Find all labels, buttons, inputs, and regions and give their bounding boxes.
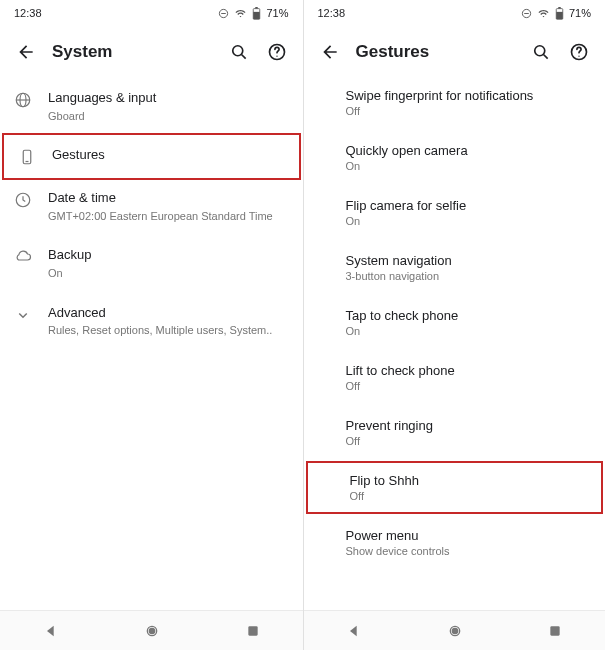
item-label: Backup bbox=[48, 247, 289, 264]
nav-back-icon bbox=[346, 623, 362, 639]
search-icon bbox=[531, 42, 551, 62]
dnd-icon bbox=[521, 8, 532, 19]
app-bar: System bbox=[0, 26, 303, 78]
help-button[interactable] bbox=[563, 36, 595, 68]
item-label: Lift to check phone bbox=[346, 363, 592, 378]
page-title: Gestures bbox=[356, 42, 526, 62]
item-sub: Off bbox=[346, 105, 592, 117]
status-bar: 12:38 71% bbox=[0, 0, 303, 26]
item-sub: Rules, Reset options, Multiple users, Sy… bbox=[48, 323, 289, 337]
item-sub: Off bbox=[346, 380, 592, 392]
nav-back-button[interactable] bbox=[43, 623, 59, 639]
help-icon bbox=[267, 42, 287, 62]
chevron-down-icon bbox=[14, 306, 32, 324]
svg-line-6 bbox=[241, 55, 245, 59]
settings-list: Languages & input Gboard Gestures Date &… bbox=[0, 78, 303, 350]
svg-rect-4 bbox=[256, 7, 258, 9]
item-lift-check-phone[interactable]: Lift to check phone Off bbox=[304, 353, 606, 402]
item-sub: Gboard bbox=[48, 109, 289, 123]
app-bar: Gestures bbox=[304, 26, 606, 78]
status-bar: 12:38 71% bbox=[304, 0, 606, 26]
item-sub: Show device controls bbox=[346, 545, 592, 557]
gestures-list: Swipe fingerprint for notifications Off … bbox=[304, 78, 606, 567]
nav-recent-icon bbox=[246, 624, 260, 638]
item-advanced[interactable]: Advanced Rules, Reset options, Multiple … bbox=[0, 293, 303, 350]
item-sub: GMT+02:00 Eastern European Standard Time bbox=[48, 209, 289, 223]
item-power-menu[interactable]: Power menu Show device controls bbox=[304, 518, 606, 567]
item-label: Tap to check phone bbox=[346, 308, 592, 323]
item-sub: On bbox=[346, 325, 592, 337]
item-sub: On bbox=[346, 215, 592, 227]
item-label: Flip to Shhh bbox=[350, 473, 588, 488]
nav-bar bbox=[304, 610, 606, 650]
nav-home-button[interactable] bbox=[144, 623, 160, 639]
item-backup[interactable]: Backup On bbox=[0, 235, 303, 292]
phone-icon bbox=[18, 148, 36, 166]
help-button[interactable] bbox=[261, 36, 293, 68]
item-label: Languages & input bbox=[48, 90, 289, 107]
nav-bar bbox=[0, 610, 303, 650]
svg-rect-17 bbox=[248, 626, 257, 635]
nav-recent-button[interactable] bbox=[548, 624, 562, 638]
back-button[interactable] bbox=[314, 36, 346, 68]
status-right-cluster: 71% bbox=[218, 7, 288, 20]
nav-recent-icon bbox=[548, 624, 562, 638]
svg-rect-22 bbox=[558, 7, 560, 9]
item-label: System navigation bbox=[346, 253, 592, 268]
item-label: Quickly open camera bbox=[346, 143, 592, 158]
item-quickly-open-camera[interactable]: Quickly open camera On bbox=[304, 133, 606, 182]
item-label: Prevent ringing bbox=[346, 418, 592, 433]
battery-icon bbox=[555, 7, 564, 20]
item-prevent-ringing[interactable]: Prevent ringing Off bbox=[304, 408, 606, 457]
status-right-cluster: 71% bbox=[521, 7, 591, 20]
globe-icon bbox=[14, 91, 32, 109]
item-sub: Off bbox=[346, 435, 592, 447]
screen-system: 12:38 71% System bbox=[0, 0, 303, 650]
svg-point-26 bbox=[578, 56, 579, 57]
item-label: Date & time bbox=[48, 190, 289, 207]
arrow-back-icon bbox=[16, 42, 36, 62]
item-system-navigation[interactable]: System navigation 3-button navigation bbox=[304, 243, 606, 292]
nav-recent-button[interactable] bbox=[246, 624, 260, 638]
item-sub: On bbox=[48, 266, 289, 280]
help-icon bbox=[569, 42, 589, 62]
item-date-time[interactable]: Date & time GMT+02:00 Eastern European S… bbox=[0, 178, 303, 235]
nav-home-button[interactable] bbox=[447, 623, 463, 639]
svg-line-24 bbox=[544, 55, 548, 59]
item-gestures[interactable]: Gestures bbox=[2, 133, 301, 180]
item-flip-camera-selfie[interactable]: Flip camera for selfie On bbox=[304, 188, 606, 237]
nav-back-button[interactable] bbox=[346, 623, 362, 639]
back-button[interactable] bbox=[10, 36, 42, 68]
item-sub: Off bbox=[350, 490, 588, 502]
item-swipe-fingerprint[interactable]: Swipe fingerprint for notifications Off bbox=[304, 78, 606, 127]
item-label: Power menu bbox=[346, 528, 592, 543]
nav-home-icon bbox=[447, 623, 463, 639]
item-label: Swipe fingerprint for notifications bbox=[346, 88, 592, 103]
cloud-icon bbox=[14, 248, 32, 266]
item-tap-check-phone[interactable]: Tap to check phone On bbox=[304, 298, 606, 347]
wifi-icon bbox=[234, 8, 247, 19]
status-battery: 71% bbox=[569, 7, 591, 19]
svg-rect-3 bbox=[254, 11, 261, 18]
nav-home-icon bbox=[144, 623, 160, 639]
battery-icon bbox=[252, 7, 261, 20]
item-sub: 3-button navigation bbox=[346, 270, 592, 282]
screen-gestures: 12:38 71% Gestures bbox=[303, 0, 606, 650]
item-sub: On bbox=[346, 160, 592, 172]
arrow-back-icon bbox=[320, 42, 340, 62]
status-battery: 71% bbox=[266, 7, 288, 19]
search-button[interactable] bbox=[223, 36, 255, 68]
nav-back-icon bbox=[43, 623, 59, 639]
item-languages-input[interactable]: Languages & input Gboard bbox=[0, 78, 303, 135]
item-label: Advanced bbox=[48, 305, 289, 322]
search-icon bbox=[229, 42, 249, 62]
wifi-icon bbox=[537, 8, 550, 19]
svg-rect-29 bbox=[551, 626, 560, 635]
svg-point-16 bbox=[150, 628, 155, 633]
search-button[interactable] bbox=[525, 36, 557, 68]
svg-rect-21 bbox=[556, 11, 563, 18]
svg-point-8 bbox=[276, 56, 277, 57]
page-title: System bbox=[52, 42, 223, 62]
item-flip-to-shhh[interactable]: Flip to Shhh Off bbox=[306, 461, 604, 514]
clock-icon bbox=[14, 191, 32, 209]
